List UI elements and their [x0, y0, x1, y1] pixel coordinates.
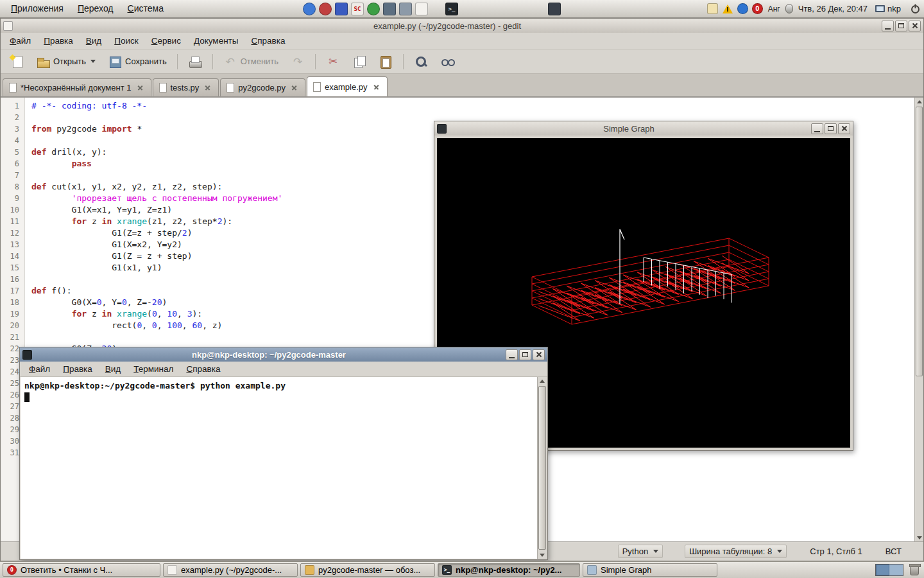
tab-close-button[interactable] [203, 83, 212, 92]
terminal-menu-item[interactable]: Правка [56, 361, 99, 377]
taskbar-item[interactable]: py2gcode-master — обоз... [300, 563, 435, 577]
scroll-down-arrow-icon[interactable] [916, 534, 923, 541]
tab-close-button[interactable] [289, 83, 299, 92]
terminal-titlebar[interactable]: nkp@nkp-desktop: ~/py2gcode-master [20, 347, 547, 362]
insert-mode-label: ВСТ [886, 547, 902, 556]
find-replace-icon [440, 55, 454, 69]
find-icon [414, 55, 428, 69]
user-switcher[interactable]: nkp [873, 4, 903, 13]
workspace-1[interactable] [876, 565, 889, 575]
launcher-keyboard-icon[interactable] [548, 3, 561, 15]
launcher-text-editor-icon[interactable] [415, 3, 428, 15]
terminal-menu-item[interactable]: Справка [180, 361, 227, 377]
minimize-button[interactable] [811, 123, 823, 134]
close-button[interactable] [533, 349, 545, 360]
launcher-sc-app-icon[interactable]: SC [351, 3, 364, 15]
terminal-app-icon [22, 350, 32, 360]
gedit-menu-item[interactable]: Правка [37, 33, 80, 49]
scrollbar-thumb[interactable] [916, 107, 923, 376]
task-label: Ответить • Станки с Ч... [21, 565, 112, 575]
trash-icon[interactable] [910, 566, 919, 575]
clock-applet[interactable]: Чтв, 26 Дек, 20:47 [798, 4, 868, 13]
shutdown-button[interactable] [909, 3, 921, 15]
maximize-button[interactable] [825, 123, 837, 134]
document-tab[interactable]: tests.py [153, 78, 219, 96]
tray-notes-icon[interactable] [707, 3, 718, 14]
terminal-menu-item[interactable]: Терминал [127, 361, 180, 377]
keyboard-layout-indicator[interactable]: Анг [768, 4, 780, 13]
undo-button[interactable]: ↶ Отменить [218, 52, 284, 71]
close-button[interactable] [838, 123, 850, 134]
task-label: example.py (~/py2gcode-... [181, 565, 282, 575]
terminal-menu-item[interactable]: Файл [22, 361, 56, 377]
redo-button[interactable]: ↷ [286, 52, 310, 71]
gedit-menu-item[interactable]: Вид [80, 33, 108, 49]
panel-menu-item[interactable]: Система [121, 0, 171, 17]
paste-button[interactable] [373, 52, 398, 71]
mouse-icon[interactable] [785, 4, 793, 13]
document-tab[interactable]: *Несохранённый документ 1 [3, 78, 151, 96]
paste-icon [379, 55, 393, 69]
maximize-button[interactable] [895, 21, 907, 31]
minimize-button[interactable] [506, 349, 518, 360]
line-number: 2 [1, 112, 19, 123]
print-icon [188, 55, 202, 69]
launcher-tools-icon[interactable] [319, 3, 332, 15]
graph-titlebar[interactable]: Simple Graph [434, 121, 853, 136]
gedit-menu-item[interactable]: Поиск [108, 33, 144, 49]
launcher-calculator-icon[interactable] [383, 3, 396, 15]
taskbar-item[interactable]: >_nkp@nkp-desktop: ~/py2... [438, 563, 580, 577]
line-number: 8 [1, 181, 19, 193]
language-selector[interactable]: Python [618, 545, 663, 558]
replace-button[interactable] [435, 52, 459, 71]
launcher-database-icon[interactable] [335, 3, 348, 15]
launcher-web-browser-icon[interactable] [303, 3, 316, 15]
tray-network-icon[interactable] [737, 3, 748, 14]
tab-width-selector[interactable]: Ширина табуляции: 8 [685, 545, 787, 558]
minimize-button[interactable] [882, 21, 894, 31]
new-document-button[interactable] [4, 52, 29, 71]
copy-button[interactable] [347, 52, 372, 71]
line-number: 19 [1, 308, 19, 320]
workspace-2[interactable] [889, 565, 903, 575]
panel-menu-item[interactable]: Приложения [4, 0, 71, 17]
open-button[interactable]: Открыть [31, 52, 101, 71]
gedit-titlebar[interactable]: example.py (~/py2gcode-master) - gedit [1, 19, 923, 33]
launcher-news-icon[interactable] [399, 3, 412, 15]
scroll-up-arrow-icon[interactable] [538, 377, 546, 385]
close-x-icon [373, 84, 379, 90]
gedit-menu-item[interactable]: Документы [187, 33, 245, 49]
taskbar-item[interactable]: Simple Graph [583, 563, 717, 577]
panel-menu-item[interactable]: Переход [71, 0, 121, 17]
tab-close-button[interactable] [135, 83, 145, 92]
editor-scrollbar[interactable] [914, 98, 923, 541]
find-button[interactable] [409, 52, 433, 71]
document-tab[interactable]: py2gcode.py [220, 78, 305, 96]
gedit-menu-item[interactable]: Файл [3, 33, 37, 49]
cut-button[interactable]: ✂ [321, 52, 345, 71]
taskbar-item[interactable]: OОтветить • Станки с Ч... [3, 563, 160, 577]
scroll-down-arrow-icon[interactable] [538, 551, 546, 559]
launcher-globe-icon[interactable] [367, 3, 380, 15]
document-tab[interactable]: example.py [307, 76, 387, 96]
maximize-button[interactable] [519, 349, 531, 360]
tab-close-button[interactable] [372, 82, 381, 92]
tray-warning-icon[interactable] [722, 4, 733, 14]
print-button[interactable] [183, 52, 207, 71]
terminal-scrollbar[interactable] [537, 377, 547, 559]
toolbar-separator [315, 54, 316, 69]
save-button[interactable]: Сохранить [103, 52, 172, 71]
line-number: 30 [1, 435, 19, 447]
terminal-menu-item[interactable]: Вид [99, 361, 127, 377]
terminal-body[interactable]: nkp@nkp-desktop:~/py2gcode-master$ pytho… [21, 377, 547, 559]
launcher-terminal-icon[interactable]: >_ [445, 3, 458, 15]
gedit-menu-item[interactable]: Справка [245, 33, 292, 49]
scrollbar-thumb[interactable] [538, 386, 546, 550]
graph-window-icon [587, 565, 597, 575]
tray-opera-icon[interactable]: O [752, 3, 763, 14]
terminal-text[interactable]: nkp@nkp-desktop:~/py2gcode-master$ pytho… [21, 377, 536, 559]
taskbar-item[interactable]: example.py (~/py2gcode-... [163, 563, 298, 577]
scroll-up-arrow-icon[interactable] [916, 98, 923, 105]
close-button[interactable] [909, 21, 921, 31]
gedit-menu-item[interactable]: Сервис [145, 33, 187, 49]
